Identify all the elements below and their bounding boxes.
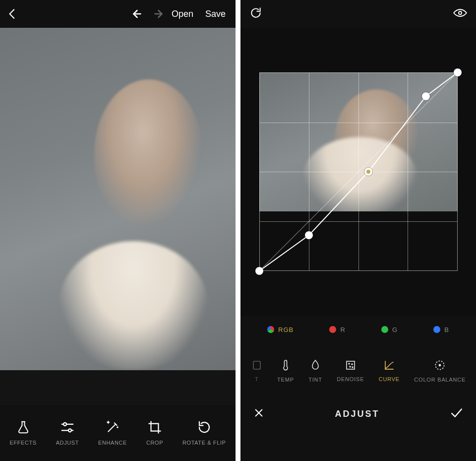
svg-point-8 xyxy=(349,363,350,364)
adjust-tool-strip: T TEMP TINT DENOISE CURVE COLOR BALANCE xyxy=(240,343,476,398)
apply-button[interactable] xyxy=(450,407,463,420)
check-icon xyxy=(450,407,463,418)
top-bar: Open Save xyxy=(0,0,236,28)
curve-handle[interactable] xyxy=(255,267,263,275)
adjust-label: TINT xyxy=(308,377,322,383)
undo-button[interactable] xyxy=(132,8,146,19)
sliders-icon xyxy=(60,420,75,435)
thermometer-icon xyxy=(280,359,292,372)
reset-button[interactable] xyxy=(249,6,262,21)
preview-button[interactable] xyxy=(453,8,467,20)
channel-r[interactable]: R xyxy=(329,326,345,333)
svg-rect-6 xyxy=(253,361,260,369)
green-dot-icon xyxy=(381,326,388,333)
photo-canvas[interactable] xyxy=(0,28,236,370)
adjust-color-balance[interactable]: COLOR BALANCE xyxy=(414,359,466,383)
crop-icon xyxy=(147,420,162,435)
adjust-denoise[interactable]: DENOISE xyxy=(337,359,364,382)
cancel-button[interactable] xyxy=(253,407,264,420)
channel-label: B xyxy=(444,326,449,333)
adjust-label: T xyxy=(255,376,259,382)
adjust-label: COLOR BALANCE xyxy=(414,377,466,383)
tool-label: ROTATE & FLIP xyxy=(182,440,226,446)
channel-label: G xyxy=(392,326,398,333)
adjust-label: CURVE xyxy=(379,376,400,382)
channel-g[interactable]: G xyxy=(381,326,398,333)
canvas-spacer xyxy=(0,370,236,405)
curve-handle[interactable] xyxy=(364,168,372,176)
red-dot-icon xyxy=(329,326,336,333)
curve-handle[interactable] xyxy=(454,68,462,76)
adjust-temp[interactable]: TEMP xyxy=(277,359,294,383)
channel-label: RGB xyxy=(278,326,294,333)
magic-wand-icon xyxy=(105,420,120,435)
color-balance-icon xyxy=(433,359,446,372)
channel-label: R xyxy=(340,326,345,333)
tool-crop[interactable]: CROP xyxy=(146,420,163,446)
adjust-tint[interactable]: TINT xyxy=(308,359,322,383)
svg-point-13 xyxy=(439,364,441,367)
svg-point-1 xyxy=(63,423,66,426)
svg-point-11 xyxy=(352,367,353,368)
eye-icon xyxy=(453,8,467,18)
adjust-bottom-bar: ADJUST xyxy=(240,398,476,430)
tool-label: EFFECTS xyxy=(9,440,36,446)
drop-icon xyxy=(309,359,321,372)
svg-point-9 xyxy=(352,364,353,365)
svg-point-10 xyxy=(350,366,351,367)
rgb-icon xyxy=(267,326,274,333)
svg-point-3 xyxy=(68,429,71,432)
channel-selector: RGB R G B xyxy=(240,316,476,343)
curve-handle[interactable] xyxy=(422,92,430,100)
curve-editor-area xyxy=(240,28,476,316)
panel-title: ADJUST xyxy=(335,409,379,419)
adjust-label: TEMP xyxy=(277,377,294,383)
tool-label: ADJUST xyxy=(56,440,79,446)
svg-rect-7 xyxy=(347,361,355,369)
generic-icon xyxy=(251,359,263,371)
curve-handle[interactable] xyxy=(305,231,313,239)
open-button[interactable]: Open xyxy=(168,9,197,19)
adjust-top-bar xyxy=(240,0,476,28)
curve-icon xyxy=(383,359,395,371)
flask-icon xyxy=(16,420,31,435)
curve-line xyxy=(259,72,458,271)
bottom-toolbar: EFFECTS ADJUST ENHANCE CROP ROTATE & FLI… xyxy=(0,405,236,461)
redo-button[interactable] xyxy=(150,8,164,19)
close-icon xyxy=(253,407,264,418)
editor-adjust-screen: RGB R G B T TEMP TINT DENOISE xyxy=(240,0,476,461)
adjust-curve[interactable]: CURVE xyxy=(379,359,400,382)
tool-effects[interactable]: EFFECTS xyxy=(9,420,36,446)
tool-rotate-flip[interactable]: ROTATE & FLIP xyxy=(182,420,226,446)
save-button[interactable]: Save xyxy=(201,9,230,19)
adjust-item-truncated[interactable]: T xyxy=(251,359,263,382)
tool-label: CROP xyxy=(146,440,163,446)
tool-adjust[interactable]: ADJUST xyxy=(56,420,79,446)
denoise-icon xyxy=(345,359,357,371)
channel-b[interactable]: B xyxy=(433,326,449,333)
channel-rgb[interactable]: RGB xyxy=(267,326,294,333)
editor-main-screen: Open Save EFFECTS ADJUST ENHANCE CROP xyxy=(0,0,236,461)
svg-line-5 xyxy=(259,72,458,271)
svg-point-4 xyxy=(459,11,462,14)
curve-canvas[interactable] xyxy=(259,72,458,271)
tool-label: ENHANCE xyxy=(98,440,127,446)
tool-enhance[interactable]: ENHANCE xyxy=(98,420,127,446)
rotate-icon xyxy=(197,420,212,435)
reset-icon xyxy=(249,6,262,19)
back-button[interactable] xyxy=(6,7,19,20)
blue-dot-icon xyxy=(433,326,440,333)
adjust-label: DENOISE xyxy=(337,376,364,382)
